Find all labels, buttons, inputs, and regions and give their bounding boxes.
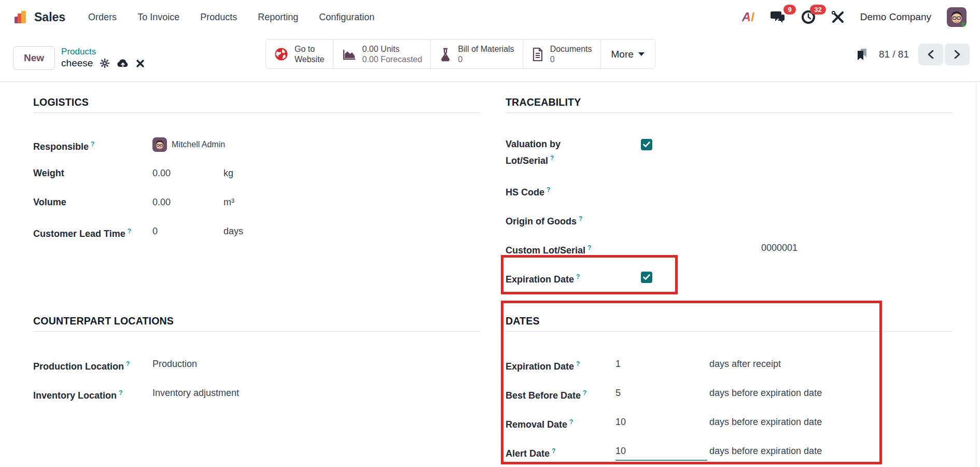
- responsible-avatar: [152, 137, 167, 152]
- app-brand[interactable]: Sales: [13, 10, 65, 24]
- menu-configuration[interactable]: Configuration: [319, 12, 374, 23]
- globe-icon: [274, 47, 288, 61]
- menu-products[interactable]: Products: [200, 12, 237, 23]
- valuation-checkbox[interactable]: [641, 139, 652, 150]
- pager-counter: 81 / 81: [879, 49, 909, 60]
- field-row-production-location: Production Location? Production: [33, 357, 480, 386]
- alert-field-input[interactable]: 10: [615, 444, 707, 461]
- help-icon[interactable]: ?: [576, 360, 580, 367]
- company-switcher[interactable]: Demo Company: [860, 11, 931, 23]
- document-icon: [531, 47, 544, 62]
- customer-lead-time-field[interactable]: 0: [152, 224, 223, 238]
- section-title-counterpart: COUNTERPART LOCATIONS: [33, 315, 480, 332]
- responsible-label: Responsible?: [33, 137, 152, 154]
- wrench-screwdriver-icon: [831, 10, 845, 24]
- help-icon[interactable]: ?: [587, 244, 591, 251]
- help-icon[interactable]: ?: [583, 389, 586, 397]
- custom-lot-serial-label: Custom Lot/Serial?: [506, 241, 641, 258]
- help-icon[interactable]: ?: [126, 360, 130, 367]
- volume-label: Volume: [33, 195, 152, 209]
- user-avatar[interactable]: [947, 7, 967, 27]
- field-row-volume: Volume 0.00 m³: [33, 195, 480, 224]
- activities-badge: 32: [810, 5, 825, 15]
- stat-website-line1: Go to: [295, 44, 325, 54]
- menu-reporting[interactable]: Reporting: [258, 12, 298, 23]
- help-icon[interactable]: ?: [576, 273, 580, 280]
- sales-app-icon: [13, 10, 28, 24]
- help-icon[interactable]: ?: [128, 228, 131, 235]
- expiration-time-label: Expiration Date?: [506, 357, 615, 374]
- documents-button[interactable]: Documents 0: [523, 40, 601, 68]
- volume-field[interactable]: 0.00: [152, 195, 223, 209]
- messages-badge: 9: [783, 5, 795, 15]
- more-dropdown-button[interactable]: More: [601, 40, 655, 68]
- bookmark-icon[interactable]: [854, 47, 870, 62]
- help-icon[interactable]: ?: [547, 186, 550, 193]
- section-counterpart-locations: COUNTERPART LOCATIONS Production Locatio…: [33, 315, 480, 415]
- field-row-alert-time: Alert Date? 10 days before expiration da…: [506, 444, 953, 467]
- flask-icon: [439, 47, 452, 62]
- new-button[interactable]: New: [13, 46, 55, 70]
- navbar-right: AI 9 32 Demo Company: [742, 7, 967, 27]
- alert-unit: days before expiration date: [709, 444, 822, 458]
- developer-tools-icon[interactable]: [831, 10, 845, 24]
- section-dates: DATES Expiration Date? 1 days after rece…: [506, 315, 953, 467]
- stat-units-line1: 0.00 Units: [362, 44, 423, 54]
- alert-field-wrapper: 10: [615, 444, 709, 461]
- pager-next-button[interactable]: [945, 44, 970, 65]
- removal-field[interactable]: 10: [615, 415, 709, 429]
- pager-previous-button[interactable]: [918, 44, 943, 65]
- stat-website-line2: Website: [295, 54, 325, 65]
- bill-of-materials-button[interactable]: Bill of Materials 0: [431, 40, 523, 68]
- chevron-right-icon: [954, 50, 961, 59]
- settings-gear-icon[interactable]: [100, 58, 110, 68]
- field-row-responsible: Responsible? Mitchell Admin: [33, 137, 480, 166]
- save-cloud-icon[interactable]: [117, 58, 129, 68]
- help-icon[interactable]: ?: [119, 389, 122, 397]
- best-before-unit: days before expiration date: [709, 386, 822, 400]
- field-row-origin-of-goods: Origin of Goods?: [506, 212, 953, 241]
- field-row-inventory-location: Inventory Location? Inventory adjustment: [33, 386, 480, 415]
- main-menu: Orders To Invoice Products Reporting Con…: [88, 12, 374, 23]
- responsible-field[interactable]: Mitchell Admin: [152, 137, 225, 152]
- production-location-field[interactable]: Production: [152, 357, 308, 371]
- inventory-location-label: Inventory Location?: [33, 386, 152, 403]
- menu-orders[interactable]: Orders: [88, 12, 117, 23]
- field-row-valuation: Valuation by Lot/Serial?: [506, 137, 953, 183]
- weight-label: Weight: [33, 166, 152, 180]
- field-row-expiration-time: Expiration Date? 1 days after receipt: [506, 357, 953, 386]
- best-before-field[interactable]: 5: [615, 386, 709, 400]
- more-label: More: [611, 49, 634, 60]
- check-icon: [643, 274, 650, 280]
- removal-unit: days before expiration date: [709, 415, 822, 429]
- custom-lot-serial-field[interactable]: 0000001: [761, 241, 797, 255]
- field-row-hs-code: HS Code?: [506, 183, 953, 212]
- best-before-label: Best Before Date?: [506, 386, 615, 403]
- origin-of-goods-label: Origin of Goods?: [506, 212, 641, 229]
- help-icon[interactable]: ?: [569, 418, 573, 426]
- help-icon[interactable]: ?: [579, 215, 582, 222]
- breadcrumb-products-link[interactable]: Products: [61, 47, 145, 57]
- field-row-removal-time: Removal Date? 10 days before expiration …: [506, 415, 953, 444]
- weight-unit: kg: [223, 166, 233, 180]
- stat-units-line2: 0.00 Forecasted: [362, 54, 423, 65]
- activities-icon[interactable]: 32: [801, 10, 816, 24]
- chevron-down-icon: [638, 52, 645, 56]
- app-name: Sales: [34, 10, 65, 24]
- weight-field[interactable]: 0.00: [152, 166, 223, 180]
- messages-icon[interactable]: 9: [770, 10, 786, 24]
- inventory-location-field[interactable]: Inventory adjustment: [152, 386, 308, 400]
- field-row-custom-lot-serial: Custom Lot/Serial? 0000001: [506, 241, 953, 270]
- discard-x-icon[interactable]: [136, 59, 145, 68]
- volume-unit: m³: [223, 195, 234, 209]
- help-icon[interactable]: ?: [552, 447, 555, 455]
- ai-icon[interactable]: AI: [742, 10, 754, 24]
- expiration-time-field[interactable]: 1: [615, 357, 709, 371]
- removal-label: Removal Date?: [506, 415, 615, 432]
- go-to-website-button[interactable]: Go to Website: [266, 40, 333, 68]
- help-icon[interactable]: ?: [550, 154, 554, 162]
- help-icon[interactable]: ?: [91, 140, 94, 148]
- units-forecasted-button[interactable]: 0.00 Units 0.00 Forecasted: [333, 40, 431, 68]
- expiration-date-checkbox[interactable]: [641, 272, 652, 283]
- menu-to-invoice[interactable]: To Invoice: [137, 12, 179, 23]
